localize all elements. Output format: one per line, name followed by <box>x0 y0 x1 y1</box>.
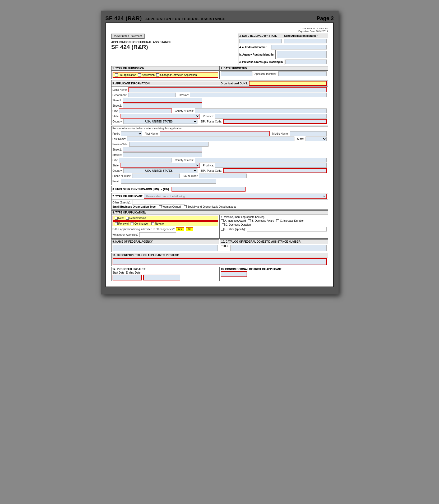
other-revision-input[interactable] <box>247 227 327 231</box>
socially-item[interactable]: Socially and Economically Disadvantaged <box>184 205 236 208</box>
position-input[interactable] <box>129 142 209 147</box>
app-type-row1: New Resubmission <box>113 216 219 221</box>
socially-checkbox[interactable] <box>184 205 187 208</box>
women-owned-item[interactable]: Women Owned <box>159 205 181 208</box>
end-date-input[interactable] <box>143 275 180 280</box>
other-agencies-input[interactable] <box>139 232 176 237</box>
prefix-select[interactable] <box>121 131 142 136</box>
other-specify-input[interactable] <box>132 200 185 205</box>
increase-award-checkbox[interactable] <box>221 219 224 222</box>
legal-name-input[interactable] <box>128 87 326 92</box>
continuation-checkbox[interactable] <box>131 222 133 225</box>
suffix-select[interactable] <box>306 137 327 141</box>
resubmission-checkbox[interactable] <box>126 217 129 220</box>
omb-info: OMB Number: 4040-0001 Expiration Date: 1… <box>111 27 328 33</box>
renewal-checkbox-item[interactable]: Renewal <box>115 222 129 225</box>
contact-county-input[interactable] <box>195 158 327 162</box>
section7: 7. TYPE OF APPLICANT: Please select one … <box>111 193 328 210</box>
other-label: Other (Specify): <box>113 201 131 204</box>
division-input[interactable] <box>190 93 326 97</box>
department-input[interactable] <box>128 93 176 97</box>
revision-label: Revision <box>155 222 165 225</box>
applicant-id-input[interactable] <box>278 71 326 76</box>
cfda-title-input[interactable] <box>230 245 326 251</box>
increase-award-item[interactable]: A. Increase Award <box>221 219 246 222</box>
date-submitted-input[interactable] <box>221 71 252 76</box>
county-input[interactable] <box>195 108 327 113</box>
pre-application-checkbox-item[interactable]: Pre-application <box>115 73 136 76</box>
decrease-duration-checkbox[interactable] <box>222 223 225 226</box>
pre-application-checkbox[interactable] <box>115 73 118 76</box>
decrease-award-item[interactable]: B. Decrease Award <box>248 219 274 222</box>
contact-province-input[interactable] <box>215 163 326 168</box>
city-input[interactable] <box>119 108 172 113</box>
no-button[interactable]: No <box>186 227 193 231</box>
fax-input[interactable] <box>199 174 247 178</box>
country-select[interactable]: USA: UNITED STATES <box>123 119 197 124</box>
street1-input[interactable] <box>123 98 202 103</box>
phone-input[interactable] <box>132 174 180 178</box>
new-checkbox[interactable] <box>115 217 118 220</box>
application-checkbox-item[interactable]: Application <box>138 73 155 76</box>
state-select[interactable] <box>121 114 200 119</box>
increase-duration-checkbox[interactable] <box>276 219 279 222</box>
zip-input[interactable] <box>223 119 326 124</box>
contact-street1-input[interactable] <box>123 147 202 152</box>
section6: 6. EMPLOYER IDENTIFICATION (EIN) or (TIN… <box>111 186 328 192</box>
contact-header: Person to be contacted on matters involv… <box>112 126 328 130</box>
yes-button[interactable]: Yes <box>176 227 184 231</box>
applicant-id-label: Applicant Identifier <box>255 72 276 75</box>
agency-routing-input[interactable] <box>277 51 326 58</box>
section5: 5. APPLICANT INFORMATION Organizational … <box>111 80 328 125</box>
project-title-input[interactable] <box>113 258 327 265</box>
street2-input[interactable] <box>123 103 202 108</box>
other-specify-revision-checkbox[interactable] <box>221 228 224 231</box>
first-name-input[interactable] <box>160 131 270 136</box>
application-checkbox[interactable] <box>138 73 141 76</box>
section4b-label: b. Agency Routing Identifier <box>238 50 276 59</box>
other-specify-revision-item[interactable]: E. Other (specify): <box>221 228 246 231</box>
increase-duration-item[interactable]: C. Increase Duration <box>276 219 304 222</box>
start-date-input[interactable] <box>113 275 142 280</box>
section11: 11. DESCRIPTIVE TITLE OF APPLICANT'S PRO… <box>111 253 328 266</box>
sf-form-id: SF 424 (R&R) <box>105 15 142 21</box>
decrease-duration-item[interactable]: D. Decrease Duration <box>222 223 251 226</box>
changed-application-checkbox-item[interactable]: Changed/Corrected Application <box>156 73 197 76</box>
middle-name-input[interactable] <box>290 131 327 136</box>
decrease-award-checkbox[interactable] <box>248 219 251 222</box>
view-burden-button[interactable]: View Burden Statement <box>111 34 145 39</box>
email-input[interactable] <box>121 179 216 184</box>
sections9-10: 9. NAME OF FEDERAL AGENCY: 10. CATALOG O… <box>111 239 328 252</box>
contact-country-select[interactable]: USA: UNITED STATES <box>123 168 197 173</box>
state-app-id-input[interactable] <box>284 39 327 43</box>
contact-zip-input[interactable] <box>223 168 326 173</box>
contact-street2-input[interactable] <box>123 152 202 157</box>
women-owned-checkbox[interactable] <box>159 205 162 208</box>
app-type-row2: Renewal Continuation Revision <box>113 221 219 226</box>
date-received-by-state-input[interactable] <box>239 39 282 43</box>
revision-checkbox-item[interactable]: Revision <box>151 222 165 225</box>
federal-identifier-input[interactable] <box>271 45 327 49</box>
section3-header: 3. DATE RECEIVED BY STATE <box>238 34 283 38</box>
province-label: Province: <box>203 115 214 118</box>
renewal-checkbox[interactable] <box>115 222 118 225</box>
new-checkbox-item[interactable]: New <box>115 217 124 220</box>
congressional-district-input[interactable] <box>221 271 247 277</box>
continuation-checkbox-item[interactable]: Continuation <box>131 222 149 225</box>
section1-header: 1. TYPE OF SUBMISSION <box>112 66 220 71</box>
contact-city-input[interactable] <box>119 158 172 162</box>
last-name-input[interactable] <box>127 137 294 141</box>
ending-date-label: Ending Date <box>126 271 141 274</box>
province-input[interactable] <box>215 114 326 119</box>
legal-name-row: Legal Name: <box>113 87 327 92</box>
changed-application-checkbox[interactable] <box>156 73 159 76</box>
resubmission-checkbox-item[interactable]: Resubmission <box>126 217 146 220</box>
federal-agency-input[interactable] <box>113 245 218 251</box>
contact-state-select[interactable] <box>121 163 200 168</box>
org-duns-input[interactable] <box>249 81 326 86</box>
applicant-type-select[interactable]: Please select one of the following <box>144 194 326 199</box>
email-label: Email: <box>113 180 120 183</box>
ein-tin-input[interactable] <box>172 187 246 192</box>
prev-grants-input[interactable] <box>285 60 326 64</box>
revision-checkbox[interactable] <box>151 222 154 225</box>
